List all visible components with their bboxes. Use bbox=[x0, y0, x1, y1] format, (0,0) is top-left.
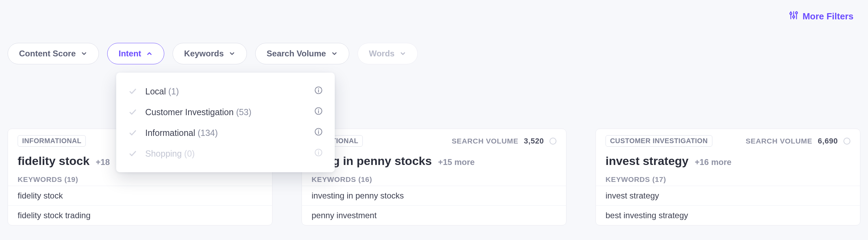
info-icon[interactable] bbox=[314, 107, 323, 118]
filter-label: Intent bbox=[119, 49, 141, 58]
more-filters-button[interactable]: More Filters bbox=[789, 10, 853, 22]
svg-point-11 bbox=[318, 109, 319, 110]
filter-label: Search Volume bbox=[267, 49, 326, 58]
intent-option-label: Informational bbox=[145, 128, 195, 138]
cluster-title: fidelity stock bbox=[18, 154, 90, 168]
more-count: +15 more bbox=[438, 157, 475, 167]
check-icon bbox=[128, 87, 138, 95]
svg-point-8 bbox=[318, 88, 319, 89]
chevron-down-icon bbox=[399, 50, 406, 57]
intent-option-label: Shopping bbox=[145, 149, 182, 158]
chevron-down-icon bbox=[331, 50, 338, 57]
chevron-down-icon bbox=[81, 50, 87, 57]
intent-option-shopping: Shopping (0) bbox=[116, 143, 335, 164]
keywords-header: KEYWORDS (17) bbox=[596, 171, 860, 186]
filter-intent[interactable]: Intent bbox=[107, 43, 164, 64]
intent-option-count: (134) bbox=[197, 128, 218, 138]
cluster-card[interactable]: CUSTOMER INVESTIGATION SEARCH VOLUME 6,6… bbox=[595, 129, 860, 225]
intent-option-customer-investigation[interactable]: Customer Investigation (53) bbox=[116, 102, 335, 122]
keyword-row[interactable]: penny investment bbox=[302, 205, 566, 225]
keywords-header: KEYWORDS (19) bbox=[8, 171, 272, 186]
filter-keywords[interactable]: Keywords bbox=[173, 43, 247, 64]
intent-option-local[interactable]: Local (1) bbox=[116, 81, 335, 102]
keyword-row[interactable]: investing in penny stocks bbox=[302, 186, 566, 205]
more-filters-label: More Filters bbox=[803, 11, 853, 22]
search-volume: SEARCH VOLUME 6,690 bbox=[746, 137, 850, 146]
more-count: +18 bbox=[96, 157, 110, 167]
keywords-header: KEYWORDS (16) bbox=[302, 171, 566, 186]
search-volume-value: 3,520 bbox=[524, 137, 544, 146]
intent-option-label: Customer Investigation bbox=[145, 107, 234, 117]
intent-tag: CUSTOMER INVESTIGATION bbox=[606, 135, 712, 147]
cluster-title: invest strategy bbox=[606, 154, 689, 168]
sliders-icon bbox=[789, 10, 798, 22]
filter-words[interactable]: Words bbox=[358, 43, 418, 64]
info-icon bbox=[314, 148, 323, 159]
svg-point-5 bbox=[795, 12, 797, 14]
more-count: +16 more bbox=[695, 157, 731, 167]
svg-point-14 bbox=[318, 130, 319, 130]
intent-dropdown: Local (1) Customer Investigation (53) In… bbox=[116, 73, 335, 172]
check-icon bbox=[128, 129, 138, 137]
filter-bar: Content Score Intent Keywords Search Vol… bbox=[8, 43, 418, 64]
status-dot-icon bbox=[550, 138, 556, 145]
keyword-row[interactable]: fidelity stock bbox=[8, 186, 272, 205]
svg-point-1 bbox=[790, 13, 792, 15]
filter-content-score[interactable]: Content Score bbox=[8, 43, 99, 64]
svg-point-17 bbox=[318, 150, 319, 151]
keyword-row[interactable]: best investing strategy bbox=[596, 205, 860, 225]
filter-search-volume[interactable]: Search Volume bbox=[255, 43, 349, 64]
filter-label: Keywords bbox=[184, 49, 224, 58]
chevron-up-icon bbox=[146, 50, 153, 57]
info-icon[interactable] bbox=[314, 127, 323, 138]
filter-label: Content Score bbox=[19, 49, 76, 58]
check-icon bbox=[128, 108, 138, 116]
keyword-row[interactable]: fidelity stock trading bbox=[8, 205, 272, 225]
intent-tag: INFORMATIONAL bbox=[18, 135, 86, 147]
search-volume-value: 6,690 bbox=[818, 137, 838, 146]
check-icon bbox=[128, 149, 138, 158]
filter-label: Words bbox=[369, 49, 395, 58]
intent-option-informational[interactable]: Informational (134) bbox=[116, 122, 335, 143]
intent-option-count: (53) bbox=[236, 107, 251, 117]
intent-option-count: (1) bbox=[168, 86, 179, 96]
intent-option-label: Local bbox=[145, 86, 166, 96]
keyword-row[interactable]: invest strategy bbox=[596, 186, 860, 205]
cluster-card[interactable]: RMATIONAL SEARCH VOLUME 3,520 sting in p… bbox=[302, 129, 566, 225]
search-volume-label: SEARCH VOLUME bbox=[746, 137, 812, 145]
chevron-down-icon bbox=[229, 50, 236, 57]
search-volume: SEARCH VOLUME 3,520 bbox=[452, 137, 556, 146]
intent-option-count: (0) bbox=[184, 149, 195, 158]
info-icon[interactable] bbox=[314, 86, 323, 97]
svg-point-3 bbox=[793, 16, 795, 18]
search-volume-label: SEARCH VOLUME bbox=[452, 137, 518, 145]
status-dot-icon bbox=[843, 138, 850, 145]
